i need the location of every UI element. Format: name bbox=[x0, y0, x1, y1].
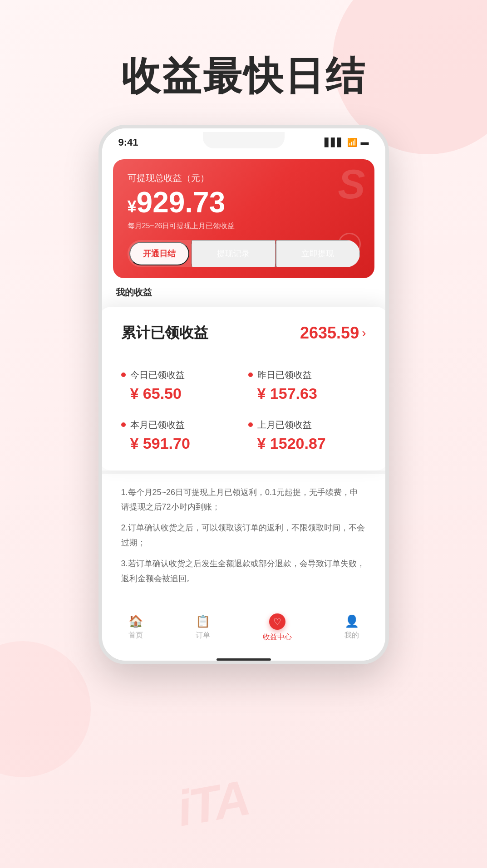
yesterday-earnings-value: ¥ 157.63 bbox=[248, 385, 366, 402]
nav-orders-label: 订单 bbox=[196, 631, 210, 640]
earnings-card: 累计已领收益 2635.59 › 今日已领收益 ¥ 65.50 bbox=[102, 307, 385, 471]
profile-icon: 👤 bbox=[344, 615, 359, 628]
earnings-total-value-wrapper[interactable]: 2635.59 › bbox=[300, 324, 366, 343]
wifi-icon: 📶 bbox=[347, 137, 357, 147]
phone-mockup: 9:41 ▋▋▋ 📶 ▬ S $ 可提现总收益（元） ¥929.73 每月25~… bbox=[98, 125, 389, 664]
last-month-earnings-label: 上月已领收益 bbox=[257, 419, 312, 431]
signal-icon: ▋▋▋ bbox=[325, 137, 344, 147]
today-earnings-label: 今日已领收益 bbox=[130, 369, 185, 381]
card-subtitle: 每月25~26日可提现上月已领收益 bbox=[128, 221, 360, 231]
ita-watermark: iTA bbox=[172, 768, 253, 837]
this-month-earnings-value: ¥ 591.70 bbox=[121, 435, 239, 452]
earnings-total-value: 2635.59 bbox=[300, 324, 359, 343]
note-3: 3.若订单确认收货之后发生全额退款或部分退款，会导致订单失败，返利金额会被追回。 bbox=[121, 556, 366, 586]
note-2: 2.订单确认收货之后，可以领取该订单的返利，不限领取时间，不会过期； bbox=[121, 520, 366, 550]
card-amount-value: 929.73 bbox=[137, 186, 226, 219]
last-month-earnings-item: 上月已领收益 ¥ 1520.87 bbox=[248, 419, 366, 452]
status-icons: ▋▋▋ 📶 ▬ bbox=[325, 137, 369, 147]
earnings-icon: ♡ bbox=[273, 616, 281, 627]
home-icon: 🏠 bbox=[128, 615, 143, 628]
yesterday-earnings-item: 昨日已领收益 ¥ 157.63 bbox=[248, 369, 366, 402]
hero-title: 收益最快日结 bbox=[0, 0, 487, 98]
this-month-earnings-item: 本月已领收益 ¥ 591.70 bbox=[121, 419, 239, 452]
nav-earnings-label: 收益中心 bbox=[263, 633, 292, 642]
card-label: 可提现总收益（元） bbox=[128, 172, 360, 184]
withdraw-now-button[interactable]: 立即提现 bbox=[276, 240, 360, 267]
this-month-earnings-label: 本月已领收益 bbox=[130, 419, 185, 431]
today-dot bbox=[121, 373, 126, 377]
nav-profile-label: 我的 bbox=[344, 631, 359, 640]
phone-notch bbox=[203, 132, 285, 148]
status-time: 9:41 bbox=[118, 137, 138, 148]
phone-screen: 9:41 ▋▋▋ 📶 ▬ S $ 可提现总收益（元） ¥929.73 每月25~… bbox=[102, 128, 385, 661]
earnings-grid: 今日已领收益 ¥ 65.50 昨日已领收益 ¥ 157.63 bbox=[121, 369, 366, 452]
red-earnings-card: S $ 可提现总收益（元） ¥929.73 每月25~26日可提现上月已领收益 … bbox=[113, 159, 374, 278]
phone-wrapper: 9:41 ▋▋▋ 📶 ▬ S $ 可提现总收益（元） ¥929.73 每月25~… bbox=[0, 125, 487, 664]
card-actions: 开通日结 提现记录 立即提现 bbox=[128, 240, 360, 267]
this-month-dot bbox=[121, 422, 126, 427]
card-bg-s: S bbox=[338, 164, 365, 205]
nav-earnings[interactable]: ♡ 收益中心 bbox=[263, 613, 292, 642]
nav-orders[interactable]: 📋 订单 bbox=[196, 615, 210, 640]
earnings-total-label: 累计已领收益 bbox=[121, 323, 208, 343]
earnings-total-row: 累计已领收益 2635.59 › bbox=[121, 323, 366, 356]
home-indicator bbox=[216, 658, 271, 661]
earnings-active-bg: ♡ bbox=[269, 613, 285, 630]
nav-home-label: 首页 bbox=[128, 631, 143, 640]
last-month-earnings-value: ¥ 1520.87 bbox=[248, 435, 366, 452]
yesterday-earnings-label: 昨日已领收益 bbox=[257, 369, 312, 381]
note-1: 1.每个月25~26日可提现上月已领返利，0.1元起提，无手续费，申请提现之后7… bbox=[121, 485, 366, 515]
nav-home[interactable]: 🏠 首页 bbox=[128, 615, 143, 640]
orders-icon: 📋 bbox=[196, 615, 210, 628]
today-earnings-item: 今日已领收益 ¥ 65.50 bbox=[121, 369, 239, 402]
chevron-right-icon: › bbox=[362, 326, 366, 340]
withdrawal-history-button[interactable]: 提现记录 bbox=[192, 240, 275, 267]
yen-symbol: ¥ bbox=[128, 197, 137, 216]
notes-section: 1.每个月25~26日可提现上月已领返利，0.1元起提，无手续费，申请提现之后7… bbox=[102, 471, 385, 606]
nav-profile[interactable]: 👤 我的 bbox=[344, 615, 359, 640]
card-amount: ¥929.73 bbox=[128, 188, 360, 217]
daily-settlement-button[interactable]: 开通日结 bbox=[129, 242, 189, 265]
today-earnings-value: ¥ 65.50 bbox=[121, 385, 239, 402]
last-month-dot bbox=[248, 422, 253, 427]
battery-icon: ▬ bbox=[361, 137, 369, 147]
yesterday-dot bbox=[248, 373, 253, 377]
my-earnings-header: 我的收益 bbox=[102, 278, 385, 307]
bottom-nav: 🏠 首页 📋 订单 ♡ 收益中心 👤 我的 bbox=[102, 606, 385, 655]
